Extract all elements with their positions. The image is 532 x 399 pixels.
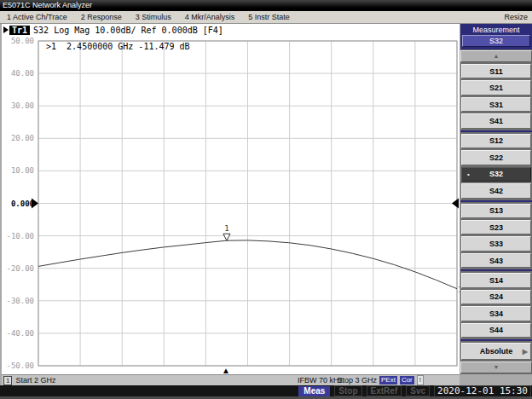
sidebar-group-separator: [460, 200, 532, 202]
marker-number-label: 1: [224, 224, 228, 233]
y-axis-tick-label: -20.00: [6, 264, 34, 273]
sidebar-button-label: S33: [489, 240, 503, 248]
menu-item-active-ch-trace[interactable]: 1 Active Ch/Trace: [0, 13, 74, 21]
sidebar-button-label: S21: [489, 84, 503, 92]
marker-position-icon: ▲: [222, 367, 230, 375]
sidebar-group-separator: [460, 339, 532, 341]
y-axis-tick-label: 20.00: [11, 134, 34, 142]
marker-triangle-icon[interactable]: [223, 234, 230, 240]
menu-item-response[interactable]: 2 Response: [74, 13, 129, 21]
softkey-button-list: S11S21S31S41S12S22•S32S42S13S23S33S43S14…: [460, 63, 532, 342]
active-trace-arrow-icon: [3, 26, 9, 33]
sidebar-button-s41[interactable]: S41: [461, 113, 531, 128]
sidebar-button-s33[interactable]: S33: [461, 236, 531, 251]
sidebar-button-label: S44: [489, 326, 503, 334]
sidebar-button-label: S11: [489, 67, 503, 76]
stop-status-badge: Stop: [334, 385, 361, 396]
sidebar-button-label: S34: [489, 309, 503, 318]
menu-item-stimulus[interactable]: 3 Stimulus: [129, 13, 178, 21]
channel-window: 50.0040.0030.0020.0010.000.000-10.00-20.…: [2, 24, 460, 374]
scroll-down-icon: ▼: [494, 364, 500, 370]
sidebar-button-s21[interactable]: S21: [461, 80, 531, 95]
sidebar-button-s31[interactable]: S31: [461, 97, 531, 112]
y-axis-tick-label: 10.00: [11, 166, 34, 175]
status-badge-cor: Cor: [400, 376, 414, 385]
scroll-up-icon: ▲: [494, 53, 500, 59]
sidebar-button-label: S43: [489, 257, 503, 265]
sidebar-group-separator: [460, 130, 532, 132]
menu-items: 1 Active Ch/Trace2 Response3 Stimulus4 M…: [0, 13, 297, 21]
sidebar-button-label: Absolute: [480, 347, 513, 356]
sidebar-button-label: S42: [489, 187, 503, 195]
trace-end-label: 1: [458, 286, 460, 294]
y-axis-tick-label: 50.00: [11, 37, 34, 45]
sidebar-button-label: S22: [489, 153, 503, 162]
sidebar-button-label: S24: [489, 292, 503, 301]
channel-status-badges: PExtCor!: [377, 375, 424, 385]
resize-button[interactable]: Resize: [504, 13, 532, 21]
ifbw-label: IFBW 70 kHz: [298, 376, 343, 385]
selected-bullet-icon: •: [467, 171, 470, 178]
datetime-label: 2020-12-01 15:30: [434, 385, 531, 397]
sidebar-button-s14[interactable]: S14: [461, 273, 531, 287]
svc-status-badge: Svc: [406, 385, 430, 396]
sidebar-button-s42[interactable]: S42: [461, 183, 531, 198]
window-title: E5071C Network Analyzer: [3, 1, 92, 9]
sidebar-button-label: S23: [489, 223, 503, 232]
softkey-menu-title: Measurement: [462, 26, 530, 34]
menu-item-mkr-analysis[interactable]: 4 Mkr/Analysis: [178, 13, 242, 21]
sidebar-button-absolute[interactable]: Absolute ▶: [461, 343, 531, 360]
meas-status-badge: Meas: [298, 386, 330, 396]
y-axis-tick-label: -50.00: [6, 361, 34, 370]
status-badge-alert: !: [417, 375, 424, 385]
title-bar: E5071C Network Analyzer: [0, 0, 532, 11]
scroll-down-button[interactable]: ▼: [460, 361, 532, 373]
stimulus-right-group: Stop 3 GHz PExtCor!: [337, 375, 424, 385]
trace-format-label: S32 Log Mag 10.00dB/ Ref 0.000dB [F4]: [33, 26, 223, 35]
menu-item-instr-state[interactable]: 5 Instr State: [241, 13, 297, 21]
stimulus-bar: ▲ 1 Start 2 GHz IFBW 70 kHz Stop 3 GHz P…: [2, 374, 460, 385]
sidebar-button-label: S32: [489, 170, 503, 178]
sidebar-button-s23[interactable]: S23: [461, 220, 531, 234]
sidebar-button-label: S31: [489, 101, 503, 109]
sidebar-button-s12[interactable]: S12: [461, 134, 531, 148]
start-frequency-label: Start 2 GHz: [15, 376, 55, 385]
channel-number-badge: 1: [3, 376, 12, 385]
sidebar-button-s32[interactable]: •S32: [461, 167, 531, 182]
ref-level-right-arrow-icon: [452, 199, 459, 209]
sidebar-button-label: S41: [489, 117, 503, 125]
extref-status-badge: ExtRef: [367, 385, 402, 396]
softkey-menu-header: Measurement S32: [460, 24, 532, 49]
sidebar-button-s11[interactable]: S11: [461, 64, 531, 78]
plot-area: 50.0040.0030.0020.0010.000.000-10.00-20.…: [2, 24, 460, 374]
ref-level-left-arrow-icon: [32, 199, 38, 209]
sidebar-group-separator: [460, 269, 532, 271]
scroll-up-button[interactable]: ▲: [460, 50, 532, 62]
marker-readout: >1 2.4500000 GHz -11.479 dB: [46, 42, 190, 51]
submenu-arrow-icon: ▶: [523, 348, 528, 356]
sidebar-button-s44[interactable]: S44: [461, 323, 531, 338]
menu-bar: 1 Active Ch/Trace2 Response3 Stimulus4 M…: [0, 11, 532, 24]
sidebar-button-label: S12: [489, 136, 503, 145]
sidebar-button-s43[interactable]: S43: [461, 253, 531, 268]
sidebar-button-label: S13: [489, 206, 503, 215]
sidebar-button-s24[interactable]: S24: [461, 290, 531, 304]
y-axis-tick-label: 0.000: [11, 200, 34, 208]
trace-number-badge: Tr1: [9, 26, 30, 35]
y-axis-tick-label: 40.00: [11, 69, 34, 78]
y-axis-tick-label: -30.00: [6, 297, 34, 305]
sidebar-button-s34[interactable]: S34: [461, 306, 531, 321]
sidebar-button-label: S14: [489, 276, 503, 285]
sidebar-button-s13[interactable]: S13: [461, 204, 531, 218]
y-axis-tick-label: -10.00: [6, 232, 34, 240]
sidebar-button-s22[interactable]: S22: [461, 150, 531, 165]
softkey-sidebar: Measurement S32 ▲ S11S21S31S41S12S22•S32…: [460, 24, 532, 374]
stop-frequency-label: Stop 3 GHz: [337, 376, 377, 385]
trace-info-bar[interactable]: Tr1 S32 Log Mag 10.00dB/ Ref 0.000dB [F4…: [3, 24, 223, 36]
instrument-status-bar: Meas Stop ExtRef Svc 2020-12-01 15:30: [0, 385, 532, 396]
y-axis-tick-label: 30.00: [11, 101, 34, 110]
softkey-menu-value: S32: [462, 35, 530, 47]
app-window: E5071C Network Analyzer 1 Active Ch/Trac…: [0, 0, 532, 399]
y-axis-tick-label: -40.00: [6, 329, 34, 338]
status-badge-pext: PExt: [379, 376, 397, 385]
